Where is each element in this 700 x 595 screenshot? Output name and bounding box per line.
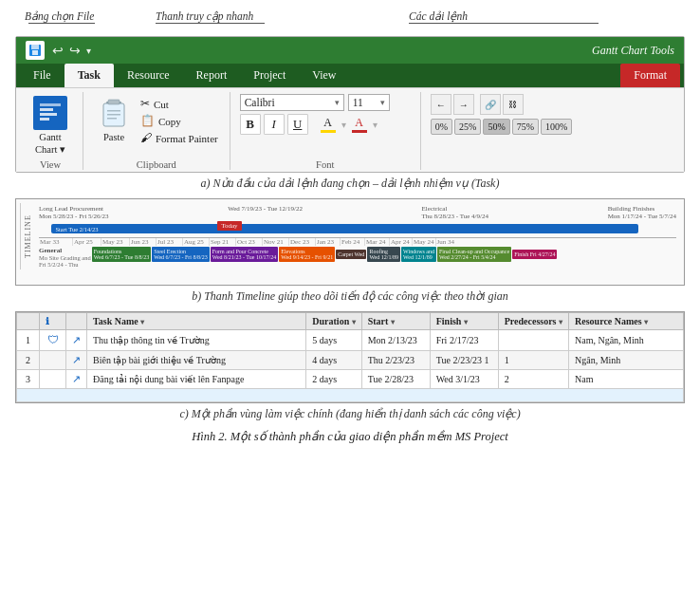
tab-resource[interactable]: Resource [114,64,183,87]
tab-format[interactable]: Format [620,64,680,87]
zoom-0-button[interactable]: 0% [431,119,452,135]
redo-icon[interactable]: ↪ [69,43,81,59]
task-general-sub: Mo Site Grading andFri 5/2/24 - Thu [39,254,91,268]
timeline-section: TIMELINE Long Lead ProcurementMon 5/28/2… [15,198,685,286]
ribbon-group-clipboard: Paste ✂ Cut 📋 Copy 🖌 [83,92,230,170]
zoom-100-button[interactable]: 100% [541,119,572,135]
bracket-file [28,23,95,24]
task-general-label: General [39,247,91,254]
font-size-select[interactable]: 11 ▾ [348,94,390,111]
format-painter-button[interactable]: 🖌 Format Painter [138,130,220,146]
svg-rect-4 [40,108,53,111]
month-apr: Apr 25 [73,238,101,246]
col-header-duration: Duration ▾ [306,313,361,330]
tab-view[interactable]: View [299,64,349,87]
zoom-25-button[interactable]: 25% [454,119,481,135]
zoom-50-button[interactable]: 50% [483,119,509,135]
row1-finish: Fri 2/17/23 [430,330,498,351]
tab-project[interactable]: Project [240,64,299,87]
bar-elevations: ElevationsWed 9/14/23 - Fri 9/21 [279,247,335,262]
row1-pred [498,330,568,351]
highlight-dropdown-icon[interactable]: ▾ [341,120,346,130]
table-row: 1 🛡 ↗ Thu thập thông tin về Trường 5 day… [17,330,684,351]
bold-button[interactable]: B [240,114,261,135]
gantt-icon [33,96,67,130]
row3-duration: 2 days [306,370,361,389]
bracket-ribbon [409,23,599,24]
zoom-row: 0% 25% 50% 75% 100% [431,119,573,135]
underline-button[interactable]: U [287,114,308,135]
col-header-predecessors: Predecessors ▾ [498,313,568,330]
tab-task[interactable]: Task [64,64,114,87]
gantt-chart-button[interactable]: GanttChart ▾ [28,94,73,158]
font-color-dropdown-icon[interactable]: ▾ [373,120,378,130]
svg-rect-12 [107,118,117,120]
italic-button[interactable]: I [264,114,285,135]
unlink-button[interactable]: ⛓ [503,94,524,115]
table-row-empty [17,389,684,402]
ribbon-group-indent: ← → 🔗 ⛓ 0% 25% 50% 75% 100% [421,92,582,170]
font-color-button[interactable]: A [349,116,370,133]
row1-info-icon: 🛡 [47,333,59,346]
ribbon: ↩ ↪ ▾ Gantt Chart Tools File Task Resour… [15,36,685,173]
paste-button[interactable]: Paste [93,94,135,144]
row2-arrow-icon: ↗ [72,354,81,365]
row2-mode: ↗ [66,351,87,370]
tab-file[interactable]: File [20,64,64,87]
row1-start: Mon 2/13/23 [361,330,430,351]
row2-finish: Tue 2/23/23 1 [430,351,498,370]
task-name-filter-icon[interactable]: ▾ [140,318,144,326]
month-aug: Aug 25 [183,238,210,246]
month-apr24: Apr 24 [390,238,413,246]
link-button[interactable]: 🔗 [480,94,501,115]
highlight-color-button[interactable]: A [318,116,339,133]
paste-icon [97,96,131,132]
res-filter-icon[interactable]: ▾ [644,318,648,326]
highlight-icon: A [323,116,332,130]
finish-filter-icon[interactable]: ▾ [464,318,468,326]
indent-increase-button[interactable]: → [453,94,474,115]
bar-concrete: Form and Pour ConcreteWed 8/21/23 - Tue … [211,247,279,262]
font-family-select[interactable]: Calibri ▾ [240,94,344,111]
format-painter-icon: 🖌 [140,131,152,145]
duration-filter-icon[interactable]: ▾ [352,318,356,326]
row1-resources: Nam, Ngân, Minh [569,330,684,351]
col-header-finish: Finish ▾ [430,313,498,330]
ribbon-titlebar: ↩ ↪ ▾ Gantt Chart Tools [16,37,684,64]
label-quick: Thanh truy cập nhanh [156,9,253,23]
quick-access-toolbar: ↩ ↪ ▾ [52,43,91,59]
cut-button[interactable]: ✂ Cut [138,96,220,112]
month-dec: Dec 23 [289,238,316,246]
tab-report[interactable]: Report [183,64,241,87]
row3-resources: Nam [569,370,684,389]
page-wrapper: Bảng chọn File Thanh truy cập nhanh Các … [0,0,700,454]
month-may: May 23 [101,238,130,246]
pred-filter-icon[interactable]: ▾ [559,318,562,326]
copy-button[interactable]: 📋 Copy [138,113,220,129]
month-jul: Jul 23 [157,238,183,246]
col-header-task-name: Task Name ▾ [87,313,306,330]
row3-pred: 2 [498,370,568,389]
svg-rect-6 [40,118,49,121]
bar-finish: Finish Fri 4/27/24 [512,250,557,259]
today-marker: Today [217,221,241,231]
row2-start: Thu 2/23/23 [361,351,430,370]
month-oct: Oct 23 [236,238,263,246]
zoom-75-button[interactable]: 75% [512,119,539,135]
indent-decrease-button[interactable]: ← [431,94,451,115]
svg-rect-11 [107,114,120,116]
label-file: Bảng chọn File [25,9,94,23]
font-color-icon: A [355,116,363,130]
month-sep: Sep 21 [210,238,236,246]
paste-label: Paste [103,132,124,142]
save-icon[interactable] [26,41,45,60]
ribbon-content-area: GanttChart ▾ View [16,87,684,172]
bar-roofing: RoofingWed 12/1/89 [367,247,400,262]
row3-start: Tue 2/28/23 [361,370,430,389]
undo-icon[interactable]: ↩ [52,43,64,59]
col-header-mode [66,313,87,330]
timeline-vertical-label: TIMELINE [20,203,35,270]
start-filter-icon[interactable]: ▾ [391,318,395,326]
qa-dropdown-icon[interactable]: ▾ [86,46,91,56]
svg-rect-3 [40,103,61,106]
